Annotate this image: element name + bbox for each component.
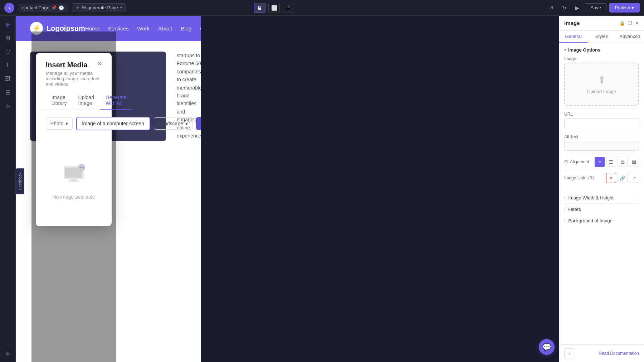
alignment-row: ⊞ Alignment ≡ ☰ ▤ ▦: [564, 157, 639, 167]
orientation-value: Landscape: [158, 121, 183, 126]
panel-copy-icon[interactable]: ❐: [628, 20, 632, 26]
image-field-label: Image: [564, 56, 639, 61]
sidebar-icon-apps[interactable]: ⊹: [2, 100, 14, 112]
right-panel-body: ▾ Image Options Image ⬆ Upload Image URL…: [559, 43, 644, 344]
align-center-btn[interactable]: ☰: [606, 157, 616, 167]
tab-upload-image[interactable]: Upload Image: [73, 92, 100, 110]
tablet-btn[interactable]: ⬜: [268, 3, 280, 13]
svg-point-6: [81, 167, 83, 168]
modal-overlay[interactable]: Insert Media Manage all your media inclu…: [31, 32, 116, 362]
regen-label: Regenerate Page: [82, 5, 118, 10]
sidebar-icon-elements[interactable]: ⬡: [2, 46, 14, 57]
upload-icon: ⬆: [572, 74, 631, 86]
panel-close-icon[interactable]: ✕: [635, 20, 639, 26]
image-options-header[interactable]: ▾ Image Options: [564, 47, 639, 53]
image-options-chevron: ▾: [564, 48, 566, 52]
ai-prompt-input[interactable]: [76, 117, 150, 130]
page-tab[interactable]: contact Page 📌 🕐: [19, 4, 68, 12]
align-icon: ⊞: [564, 159, 568, 164]
open-link-btn[interactable]: ↗: [629, 173, 639, 183]
svg-rect-3: [68, 180, 79, 182]
sidebar-icon-settings[interactable]: ⚙: [2, 348, 14, 359]
generate-button[interactable]: Generate: [196, 117, 201, 130]
width-height-chevron: ›: [564, 196, 565, 200]
no-image-area: No image available: [46, 140, 102, 219]
ai-orientation-dropdown[interactable]: Landscape ▾: [154, 117, 192, 130]
url-input[interactable]: [564, 118, 639, 128]
mobile-btn[interactable]: 📱: [283, 3, 294, 13]
add-link-btn[interactable]: 🔗: [618, 173, 628, 183]
no-image-icon: [59, 160, 88, 190]
url-label: URL: [564, 112, 639, 117]
nav-home[interactable]: Home: [85, 25, 99, 32]
filters-row[interactable]: › Filters: [564, 203, 639, 215]
panel-tab-styles[interactable]: Styles: [587, 31, 616, 43]
panel-tab-general[interactable]: General: [559, 31, 587, 43]
right-panel-footer: ‹ Read Documentation: [559, 344, 644, 362]
panel-tab-advanced[interactable]: Advanced: [616, 31, 644, 43]
read-documentation-link[interactable]: Read Documentation: [599, 351, 639, 356]
ai-type-dropdown[interactable]: Photo ▾: [46, 117, 73, 130]
link-url-buttons: ✕ 🔗 ↗: [606, 173, 639, 183]
sidebar-icon-forms[interactable]: ☰: [2, 87, 14, 98]
orientation-chevron: ▾: [185, 121, 188, 126]
desktop-btn[interactable]: 🖥: [254, 3, 265, 13]
save-button[interactable]: Save: [585, 3, 606, 12]
tab-image-library[interactable]: Image Library: [46, 92, 73, 110]
right-panel-tabs: General Styles Advanced: [559, 31, 644, 43]
align-justify-btn[interactable]: ▦: [629, 157, 639, 167]
image-options-section: ▾ Image Options Image ⬆ Upload Image URL…: [564, 47, 639, 186]
feedback-tab[interactable]: Feedback: [16, 168, 24, 194]
width-height-label: Image Width & Height: [568, 195, 613, 201]
sidebar-icon-home[interactable]: ⊕: [2, 19, 14, 30]
right-panel-title: Image: [564, 20, 580, 26]
right-panel-header: Image 🔒 ❐ ✕: [559, 16, 644, 31]
remove-link-btn[interactable]: ✕: [606, 173, 616, 183]
modal-tabs: Image Library Upload Image Generate With…: [36, 92, 112, 110]
panel-lock-icon[interactable]: 🔒: [619, 20, 625, 26]
align-left-btn[interactable]: ≡: [595, 157, 605, 167]
sidebar-icon-layers[interactable]: ⊞: [2, 32, 14, 44]
alt-text-input[interactable]: [564, 141, 639, 151]
type-dropdown-chevron: ▾: [65, 121, 68, 126]
align-right-btn[interactable]: ▤: [618, 157, 628, 167]
nav-about[interactable]: About: [158, 25, 172, 32]
upload-image-area[interactable]: ⬆ Upload Image: [564, 63, 639, 106]
app-logo: ›: [4, 3, 14, 13]
preview-nav-links: Home Services Work About Blog Contact: [85, 25, 201, 32]
page-tab-label: contact Page: [22, 5, 49, 10]
modal-close-button[interactable]: ✕: [94, 59, 104, 69]
modal-header: Insert Media Manage all your media inclu…: [36, 53, 112, 92]
nav-blog[interactable]: Blog: [181, 25, 191, 32]
ai-search-row: Photo ▾ Landscape ▾ Generate: [46, 117, 102, 130]
bg-image-chevron: ›: [564, 219, 565, 223]
filters-chevron: ›: [564, 207, 565, 211]
sidebar-icon-image[interactable]: 🖼: [2, 73, 14, 85]
collapse-panel-btn[interactable]: ‹: [564, 348, 574, 358]
image-options-label: Image Options: [568, 47, 600, 53]
no-image-text: No image available: [52, 194, 95, 200]
device-switcher: 🖥 ⬜ 📱: [254, 3, 294, 13]
insert-media-modal: Insert Media Manage all your media inclu…: [36, 53, 112, 226]
svg-rect-2: [70, 179, 77, 180]
sidebar-icon-text[interactable]: T: [2, 59, 14, 71]
modal-subtitle: Manage all your media including image, i…: [46, 71, 102, 87]
modal-body: Photo ▾ Landscape ▾ Generate: [36, 110, 112, 226]
nav-services[interactable]: Services: [108, 25, 129, 32]
background-image-row[interactable]: › Background of Image: [564, 215, 639, 226]
nav-work[interactable]: Work: [137, 25, 150, 32]
chat-bubble[interactable]: 💬: [539, 339, 555, 355]
undo-button[interactable]: ↺: [546, 3, 556, 13]
feedback-tab-container: Feedback: [0, 168, 9, 194]
regenerate-btn[interactable]: ✦ Regenerate Page ▾: [72, 3, 126, 12]
image-width-height-row[interactable]: › Image Width & Height: [564, 192, 639, 203]
nav-contact[interactable]: Contact: [200, 25, 201, 32]
tab-generate-ai[interactable]: Generate With AI: [100, 92, 132, 110]
redo-button[interactable]: ↻: [559, 3, 569, 13]
play-button[interactable]: ▶: [572, 3, 582, 13]
right-panel: Image 🔒 ❐ ✕ General Styles Advanced ▾ Im…: [559, 16, 644, 362]
top-bar: › contact Page 📌 🕐 ✦ Regenerate Page ▾ 🖥…: [0, 0, 644, 16]
publish-button[interactable]: Publish ▾: [609, 3, 640, 13]
panel-header-actions: 🔒 ❐ ✕: [619, 20, 639, 26]
main-canvas: + ✎ 🗑 ⧉ ⊹ ⚡ Logoipsum Home Services Work…: [16, 16, 201, 362]
